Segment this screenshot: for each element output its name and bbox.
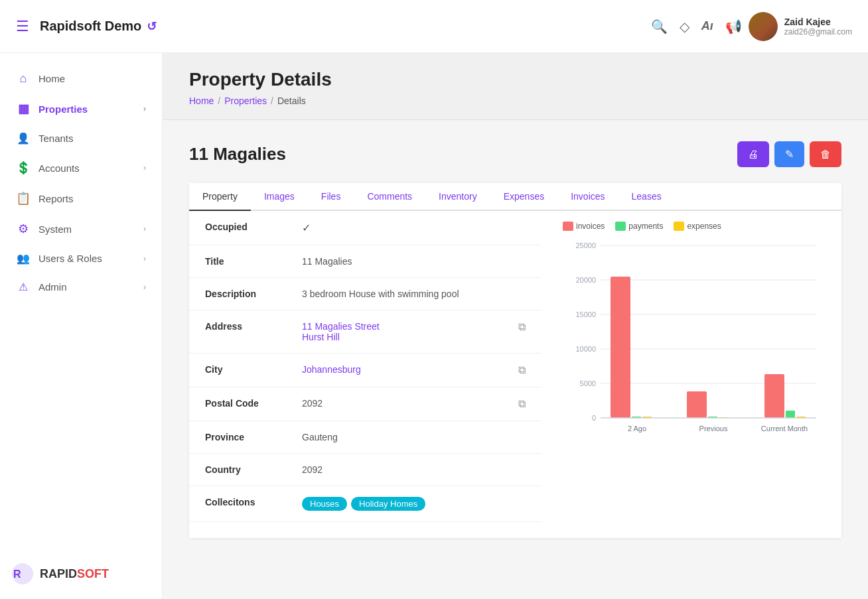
- sidebar-item-users-roles[interactable]: 👥 Users & Roles ›: [0, 244, 162, 273]
- copy-postal-icon[interactable]: ⧉: [518, 398, 526, 410]
- sidebar-item-accounts[interactable]: 💲 Accounts ›: [0, 153, 162, 183]
- address-line1: 11 Magalies Street: [302, 321, 380, 332]
- label-collections: Collecitons: [205, 497, 291, 507]
- sidebar-item-reports[interactable]: 📋 Reports: [0, 183, 162, 214]
- legend-payments: payments: [615, 222, 663, 231]
- avatar: [749, 12, 778, 41]
- breadcrumb-sep2: /: [271, 96, 273, 106]
- tab-invoices[interactable]: Invoices: [557, 183, 618, 211]
- chevron-right-icon-users: ›: [143, 254, 146, 263]
- legend-label-expenses: expenses: [687, 222, 721, 231]
- sidebar-label-system: System: [38, 224, 135, 235]
- sidebar-item-home[interactable]: ⌂ Home: [0, 64, 162, 94]
- breadcrumb: Home / Properties / Details: [189, 96, 841, 106]
- tab-images[interactable]: Images: [251, 183, 308, 211]
- sidebar-label-reports: Reports: [38, 193, 146, 204]
- tab-expenses[interactable]: Expenses: [490, 183, 557, 211]
- bar-chart: 25000 20000 15000 10000 5000 0: [563, 239, 831, 464]
- tag-holiday-homes[interactable]: Holiday Homes: [351, 497, 425, 511]
- sidebar-label-home: Home: [38, 73, 146, 84]
- print-button[interactable]: 🖨: [737, 141, 769, 167]
- value-country: 2092: [302, 464, 526, 475]
- sidebar-item-admin[interactable]: ⚠ Admin ›: [0, 273, 162, 301]
- breadcrumb-current: Details: [277, 96, 306, 106]
- sidebar-item-system[interactable]: ⚙ System ›: [0, 214, 162, 244]
- delete-button[interactable]: 🗑: [810, 141, 841, 167]
- user-profile[interactable]: Zaid Kajee zaid26@gmail.com: [749, 12, 852, 41]
- user-name: Zaid Kajee: [784, 17, 852, 27]
- page-title: Property Details: [189, 69, 841, 90]
- action-buttons: 🖨 ✎ 🗑: [737, 141, 841, 167]
- tab-leases[interactable]: Leases: [618, 183, 675, 211]
- legend-expenses: expenses: [674, 222, 721, 231]
- svg-text:Previous: Previous: [699, 425, 728, 433]
- breadcrumb-sep1: /: [218, 96, 220, 106]
- copy-city-icon[interactable]: ⧉: [518, 364, 526, 376]
- refresh-icon[interactable]: ↺: [147, 19, 157, 34]
- row-postal: Postal Code 2092 ⧉: [189, 387, 542, 421]
- label-title: Title: [205, 256, 291, 267]
- sidebar-label-properties: Properties: [38, 103, 135, 115]
- sidebar: ⌂ Home ▦ Properties › 👤 Tenants 💲 Accoun…: [0, 53, 163, 599]
- label-occupied: Occupied: [205, 222, 291, 232]
- chart-legend: invoices payments expenses: [563, 222, 831, 231]
- row-country: Country 2092: [189, 454, 542, 486]
- svg-text:0: 0: [592, 414, 596, 422]
- search-icon[interactable]: 🔍: [651, 19, 668, 34]
- label-address: Address: [205, 321, 291, 332]
- value-city: Johannesburg ⧉: [302, 364, 526, 376]
- system-icon: ⚙: [16, 222, 31, 236]
- svg-text:Current Month: Current Month: [761, 425, 808, 433]
- edit-button[interactable]: ✎: [774, 141, 804, 167]
- legend-dot-payments: [615, 222, 626, 231]
- theme-icon[interactable]: ◇: [680, 19, 689, 34]
- province-text: Gauteng: [302, 432, 338, 442]
- chart-area: invoices payments expenses: [563, 211, 841, 538]
- value-address: 11 Magalies Street Hurst Hill ⧉: [302, 321, 526, 342]
- details-table: Occupied ✓ Title 11 Magalies Description: [189, 211, 542, 538]
- bar-2ago-invoices: [611, 277, 630, 418]
- chevron-right-icon-system: ›: [143, 224, 146, 233]
- sidebar-item-tenants[interactable]: 👤 Tenants: [0, 124, 162, 153]
- city-text: Johannesburg: [302, 364, 361, 375]
- app-title-text: Rapidsoft Demo: [40, 19, 141, 34]
- postal-text: 2092: [302, 398, 323, 409]
- sidebar-item-properties[interactable]: ▦ Properties ›: [0, 94, 162, 124]
- chevron-right-icon-admin: ›: [143, 283, 146, 292]
- tab-comments[interactable]: Comments: [354, 183, 425, 211]
- tab-inventory[interactable]: Inventory: [425, 183, 490, 211]
- chevron-right-icon: ›: [143, 104, 146, 113]
- svg-text:15000: 15000: [575, 310, 596, 318]
- bar-curr-invoices: [764, 374, 784, 418]
- home-icon: ⌂: [16, 72, 31, 86]
- tab-files[interactable]: Files: [308, 183, 354, 211]
- tabs: Property Images Files Comments Inventory…: [189, 183, 841, 211]
- accounts-icon: 💲: [16, 161, 31, 175]
- tab-property[interactable]: Property: [189, 183, 251, 211]
- avatar-image: [749, 12, 778, 41]
- legend-invoices: invoices: [563, 222, 605, 231]
- description-text: 3 bedroom House with swimming pool: [302, 289, 459, 299]
- logo-icon: R: [11, 562, 35, 586]
- svg-text:R: R: [13, 568, 21, 580]
- logo-text: RAPIDSOFT: [40, 567, 109, 581]
- sidebar-label-tenants: Tenants: [38, 133, 146, 144]
- breadcrumb-properties[interactable]: Properties: [224, 96, 267, 106]
- ai-icon[interactable]: Aı: [701, 19, 713, 33]
- row-description: Description 3 bedroom House with swimmin…: [189, 278, 542, 310]
- address-line2: Hurst Hill: [302, 332, 380, 342]
- country-text: 2092: [302, 464, 323, 475]
- notification-icon[interactable]: 📢: [725, 19, 742, 34]
- label-description: Description: [205, 289, 291, 299]
- legend-dot-expenses: [674, 222, 684, 231]
- user-email: zaid26@gmail.com: [784, 27, 852, 36]
- svg-text:25000: 25000: [575, 241, 596, 249]
- row-occupied: Occupied ✓: [189, 211, 542, 245]
- row-collections: Collecitons Houses Holiday Homes: [189, 486, 542, 522]
- copy-address-icon[interactable]: ⧉: [518, 321, 526, 333]
- tag-houses[interactable]: Houses: [302, 497, 347, 511]
- svg-text:5000: 5000: [580, 379, 596, 387]
- breadcrumb-home[interactable]: Home: [189, 96, 214, 106]
- label-province: Province: [205, 432, 291, 442]
- menu-icon[interactable]: ☰: [16, 18, 29, 35]
